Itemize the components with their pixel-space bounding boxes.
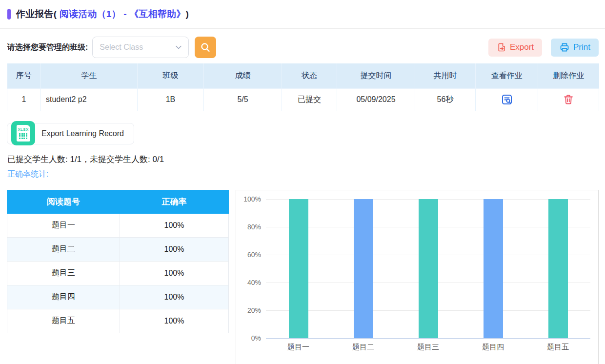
col-header-score: 成绩 [204, 63, 282, 88]
page-title: 作业报告( 阅读活动（1） - 《互相帮助》) [16, 8, 189, 20]
view-homework-icon [501, 93, 513, 106]
chart-y-tick: 100% [239, 195, 261, 203]
cell-class: 1B [138, 88, 204, 111]
submission-summary: 已提交学生人数: 1/1，未提交学生人数: 0/1 [7, 154, 605, 165]
print-button-label: Print [573, 42, 590, 52]
chart-y-tick: 0% [239, 334, 261, 342]
chart-x-tick: 题目五 [525, 343, 590, 352]
chart-bar-slot [331, 199, 396, 338]
accuracy-bar-chart: 100%80%60%40%20%0% 题目一题目二题目三题目四题目五 [236, 190, 599, 364]
cell-view [476, 88, 538, 111]
cell-status: 已提交 [282, 88, 337, 111]
accuracy-col-question: 阅读题号 [7, 190, 120, 213]
chart-bars [266, 199, 590, 338]
col-header-delete: 删除作业 [538, 63, 599, 88]
print-button[interactable]: Print [551, 39, 599, 57]
accuracy-question: 题目二 [7, 237, 120, 261]
accuracy-question: 题目五 [7, 309, 120, 333]
cell-delete [538, 88, 599, 111]
accuracy-rate: 100% [120, 285, 229, 309]
class-select[interactable]: Select Class [92, 37, 189, 58]
export-button-label: Export [510, 42, 534, 52]
search-button[interactable] [195, 37, 216, 58]
title-activity-link[interactable]: 阅读活动（1） - 《互相帮助》 [60, 9, 186, 19]
chart-bar [419, 199, 438, 338]
cell-submit-time: 05/09/2025 [337, 88, 415, 111]
col-header-status: 状态 [282, 63, 337, 88]
chart-bar-slot [461, 199, 525, 338]
chart-bar-slot [525, 199, 590, 338]
page-header: 作业报告( 阅读活动（1） - 《互相帮助》) [0, 0, 605, 29]
chart-x-tick: 题目四 [461, 343, 525, 352]
col-header-class: 班级 [138, 63, 204, 88]
accuracy-col-rate: 正确率 [120, 190, 229, 213]
accuracy-rate: 100% [120, 309, 229, 333]
delete-homework-button[interactable] [563, 94, 574, 105]
xlsx-grid [19, 133, 27, 139]
class-select-label: 请选择您要管理的班级: [7, 42, 88, 53]
accuracy-row: 题目一 100% [7, 213, 229, 237]
accuracy-rate: 100% [120, 261, 229, 285]
col-header-student: 学生 [41, 63, 138, 88]
chart-x-labels: 题目一题目二题目三题目四题目五 [266, 343, 590, 352]
homework-table: 序号 学生 班级 成绩 状态 提交时间 共用时 查看作业 删除作业 1 stud… [7, 63, 599, 111]
accuracy-header-row: 阅读题号 正确率 [7, 190, 229, 213]
accuracy-row: 题目五 100% [7, 309, 229, 333]
chart-bar [289, 199, 308, 338]
chart-bar-slot [396, 199, 461, 338]
class-select-placeholder: Select Class [100, 43, 175, 52]
view-homework-button[interactable] [501, 93, 513, 106]
cell-score: 5/5 [204, 88, 282, 111]
chart-x-tick: 题目一 [266, 343, 331, 352]
xlsx-file-icon: XLSX [11, 121, 35, 145]
chart-x-tick: 题目三 [396, 343, 461, 352]
homework-table-header-row: 序号 学生 班级 成绩 状态 提交时间 共用时 查看作业 删除作业 [7, 63, 599, 88]
title-close-paren: ) [185, 9, 189, 19]
accuracy-question: 题目一 [7, 213, 120, 237]
col-header-index: 序号 [7, 63, 41, 88]
chart-y-tick: 20% [239, 306, 261, 314]
delete-homework-icon [563, 94, 574, 105]
chart-plot: 100%80%60%40%20%0% [266, 199, 590, 338]
export-learning-record: XLSX Export Learning Record [7, 121, 134, 145]
xlsx-label: XLSX [18, 127, 28, 132]
accuracy-question: 题目三 [7, 261, 120, 285]
cell-index: 1 [7, 88, 41, 111]
accuracy-section: 阅读题号 正确率 题目一 100% 题目二 100% 题目三 100% 题目四 … [0, 190, 605, 364]
print-icon [559, 42, 570, 53]
chart-axis-line [266, 338, 590, 339]
export-button[interactable]: Export [488, 39, 542, 57]
chart-bar-slot [266, 199, 331, 338]
cell-student: student2 p2 [41, 88, 138, 111]
col-header-submit-time: 提交时间 [337, 63, 415, 88]
cell-duration: 56秒 [415, 88, 476, 111]
chart-bar [354, 199, 373, 338]
table-row: 1 student2 p2 1B 5/5 已提交 05/09/2025 56秒 [7, 88, 599, 111]
title-text: 作业报告( [16, 9, 60, 19]
col-header-view: 查看作业 [476, 63, 538, 88]
accuracy-row: 题目二 100% [7, 237, 229, 261]
accuracy-stats-label: 正确率统计: [7, 169, 605, 180]
accuracy-row: 题目四 100% [7, 285, 229, 309]
chart-y-tick: 40% [239, 279, 261, 286]
chevron-down-icon [175, 43, 182, 51]
accuracy-rate: 100% [120, 213, 229, 237]
chart-bar [548, 199, 568, 338]
chart-y-tick: 80% [239, 223, 261, 231]
export-file-icon [497, 42, 506, 52]
accuracy-row: 题目三 100% [7, 261, 229, 285]
chart-y-tick: 60% [239, 251, 261, 259]
toolbar: 请选择您要管理的班级: Select Class Export [0, 37, 605, 58]
chart-bar [484, 199, 503, 338]
accuracy-table: 阅读题号 正确率 题目一 100% 题目二 100% 题目三 100% 题目四 … [7, 190, 229, 333]
search-icon [200, 41, 211, 53]
chart-x-tick: 题目二 [331, 343, 396, 352]
accent-bar [7, 9, 11, 20]
accuracy-question: 题目四 [7, 285, 120, 309]
accuracy-rate: 100% [120, 237, 229, 261]
col-header-duration: 共用时 [415, 63, 476, 88]
